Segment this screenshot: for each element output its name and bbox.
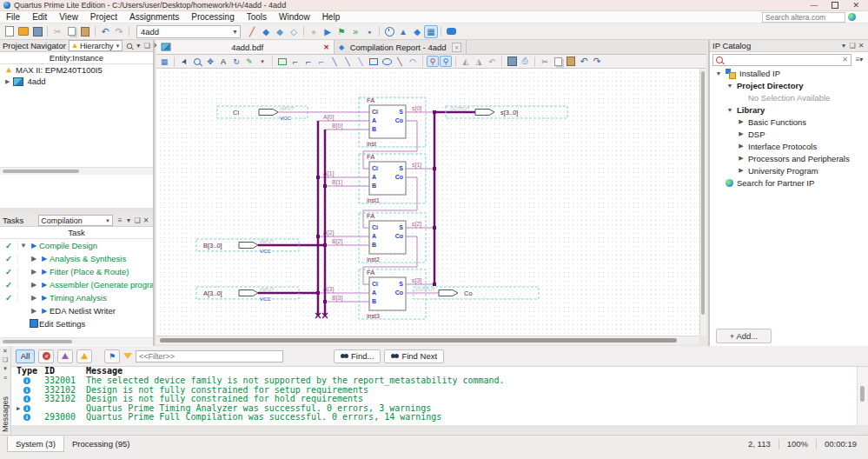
expand-arrow-icon[interactable]: ▶ <box>29 268 39 276</box>
ip-tree-item[interactable]: ▶Interface Protocols <box>710 140 868 152</box>
menu-file[interactable]: File <box>0 11 26 23</box>
expand-arrow-icon[interactable]: ▼ <box>715 70 722 76</box>
undo-icon[interactable]: ↶ <box>578 56 590 67</box>
clear-icon[interactable]: ✕ <box>842 56 848 63</box>
pin-icon[interactable]: ▾ <box>2 365 10 372</box>
expand-arrow-icon[interactable]: ▼ <box>726 107 733 113</box>
pin-planner-icon[interactable]: ╱ <box>245 25 259 38</box>
float-icon[interactable]: ❏ <box>2 356 10 363</box>
menu-tools[interactable]: Tools <box>241 11 273 23</box>
editor-horizontal-scrollbar[interactable] <box>156 336 699 344</box>
eda-netlist-icon[interactable]: ▲ <box>396 25 410 38</box>
ip-tree-item[interactable]: ▶University Program <box>710 164 868 176</box>
ip-tree-item[interactable]: ▼Project Directory <box>710 79 868 91</box>
menu-icon[interactable]: ≡ <box>116 216 124 225</box>
minimize-button[interactable]: — <box>810 2 818 10</box>
menu-assignments[interactable]: Assignments <box>123 11 185 23</box>
open-project-icon[interactable] <box>17 25 30 38</box>
expand-arrow-icon[interactable]: ▶ <box>29 307 39 315</box>
menu-processing[interactable]: Processing <box>185 11 240 23</box>
pin-icon[interactable]: ▾ <box>134 42 142 50</box>
expand-arrow-icon[interactable]: ▶ <box>5 78 10 85</box>
node-tool-icon[interactable]: ⌐ <box>289 56 301 67</box>
message-filter-input[interactable] <box>136 350 283 363</box>
find-button[interactable]: Find... <box>334 349 381 363</box>
fa-block[interactable]: FAinst3CiABSCo <box>359 269 426 319</box>
ip-search-input[interactable]: ✕ <box>712 54 851 66</box>
fa-block[interactable]: FAinst2CiABSCo <box>359 212 426 263</box>
messages-vertical-scrollbar[interactable] <box>857 367 868 425</box>
input-pin[interactable]: CiINPUTVCC <box>217 106 369 121</box>
input-pin[interactable]: A[3..0]INPUTVCC <box>196 287 299 302</box>
input-pin-symbol[interactable] <box>259 110 278 116</box>
message-row[interactable]: i332102Design is not fully constrained f… <box>11 395 857 404</box>
diagonal-bus-icon[interactable]: ╲ <box>341 56 354 67</box>
rectangle-tool-icon[interactable] <box>368 56 380 67</box>
partition-tool-icon[interactable]: ⚲ <box>440 56 452 67</box>
close-icon[interactable]: ✕ <box>142 216 150 225</box>
tab-4add-bdf[interactable]: 4add.bdf ✕ <box>156 40 335 54</box>
expand-arrow-icon[interactable]: ▶ <box>738 167 745 174</box>
float-icon[interactable]: ❏ <box>848 42 857 50</box>
pn-horizontal-scrollbar[interactable] <box>0 167 153 175</box>
ip-tree-item[interactable]: ▶Basic Functions <box>710 116 868 128</box>
status-tab-system[interactable]: System (3) <box>7 436 64 452</box>
undo-icon[interactable]: ↶ <box>98 25 112 38</box>
pin-icon[interactable]: ▾ <box>839 42 848 50</box>
menu-window[interactable]: Window <box>273 11 316 23</box>
entity-combobox[interactable]: 4add ▼ <box>136 25 241 38</box>
expand-arrow-icon[interactable]: ▼ <box>18 242 29 249</box>
message-row[interactable]: i332001The selected device family is not… <box>11 376 857 386</box>
hand-tool-icon[interactable]: ✥ <box>204 56 216 67</box>
add-ip-button[interactable]: + Add... <box>716 329 772 343</box>
settings-diamond-icon[interactable]: ◆ <box>259 25 273 38</box>
cut-icon[interactable]: ✂ <box>539 56 551 67</box>
expand-arrow-icon[interactable]: ▶ <box>29 255 39 263</box>
expand-arrow-icon[interactable]: ▶ <box>29 281 39 289</box>
entity-row[interactable]: ▶ 4add <box>0 76 153 87</box>
close-icon[interactable]: ✕ <box>857 42 865 50</box>
stop-icon[interactable]: ● <box>307 25 321 38</box>
menu-icon[interactable]: ≡ <box>2 374 10 381</box>
schematic-canvas[interactable]: A[0]B[0]s[0]A[1]B[1]s[1]A[2]B[2]s[2]A[3]… <box>156 69 699 336</box>
diagonal-conduit-icon[interactable]: ╲ <box>354 56 367 67</box>
block-tool-icon[interactable] <box>276 56 288 67</box>
close-tab-icon[interactable]: ✕ <box>452 43 461 52</box>
expand-arrow-icon[interactable]: ▶ <box>738 143 745 150</box>
tab-compilation-report[interactable]: ◆ Compilation Report - 4add ✕ <box>335 40 467 54</box>
input-pin[interactable]: B[3..0]INPUTVCC <box>196 239 299 254</box>
expand-arrow-icon[interactable]: ▶ <box>738 155 745 162</box>
assembler-icon[interactable]: ● <box>362 25 376 38</box>
flow-combobox[interactable]: Compilation ▼ <box>38 215 113 226</box>
search-menu-icon[interactable]: ≡▾ <box>853 56 865 64</box>
rotate-left-icon[interactable]: ↶ <box>486 56 498 67</box>
filter-all-button[interactable]: All <box>16 349 35 363</box>
ellipse-tool-icon[interactable] <box>381 56 393 67</box>
zoom-tool-icon[interactable] <box>191 56 203 67</box>
ip-tree-item[interactable]: ▶Processors and Peripherals <box>710 152 868 164</box>
rotate-tool-icon[interactable]: ↻ <box>230 56 242 67</box>
netlist-viewer-icon[interactable]: ◇ <box>287 25 301 38</box>
programmer-icon[interactable]: ◆ <box>410 25 424 38</box>
paste-icon[interactable] <box>78 25 92 38</box>
task-row[interactable]: ✓▶▶Assembler (Generate programm <box>0 278 153 291</box>
maximize-button[interactable] <box>832 2 838 9</box>
document-icon[interactable]: ▦ <box>158 56 170 67</box>
redo-icon[interactable]: ↷ <box>591 56 603 67</box>
menu-project[interactable]: Project <box>84 11 123 23</box>
search-input[interactable] <box>762 12 845 23</box>
diagonal-node-icon[interactable]: ╲ <box>328 56 341 67</box>
timing-analyzer-icon[interactable] <box>382 25 396 38</box>
cut-icon[interactable]: ✂ <box>50 25 64 38</box>
task-row[interactable]: ✓▶▶Timing Analysis <box>0 291 153 304</box>
start-compilation-icon[interactable]: ▶ <box>321 25 335 38</box>
editor-vertical-scrollbar[interactable] <box>699 69 706 336</box>
save-icon[interactable] <box>506 56 518 67</box>
filter-critical-warnings-button[interactable] <box>57 349 73 363</box>
conduit-tool-icon[interactable]: ⌐ <box>315 56 328 67</box>
expand-arrow-icon[interactable]: ▶ <box>738 130 745 137</box>
schematic-editor[interactable]: A[0]B[0]s[0]A[1]B[1]s[1]A[2]B[2]s[2]A[3]… <box>156 69 699 336</box>
task-row[interactable]: ✓▼▶Compile Design <box>0 239 153 252</box>
expand-arrow-icon[interactable]: ▶ <box>738 118 745 125</box>
filter-warnings-button[interactable] <box>76 349 92 363</box>
